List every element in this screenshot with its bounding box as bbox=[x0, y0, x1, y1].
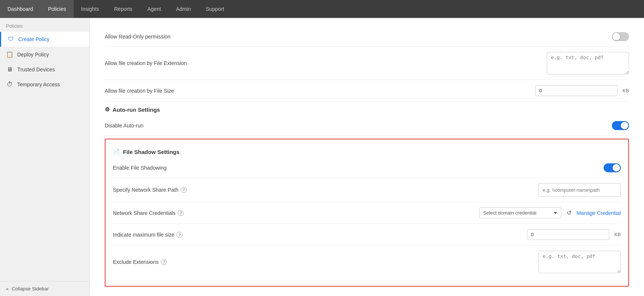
indicate-max-file-size-row: Indicate maximum file size ? KB bbox=[113, 224, 621, 246]
auto-run-icon: ⚙ bbox=[105, 106, 110, 113]
auto-run-section: ⚙ Auto-run Settings Disable Auto-run bbox=[105, 102, 629, 136]
network-share-credentials-help-icon[interactable]: ? bbox=[178, 210, 184, 216]
file-shadow-section-header: 📄 File Shadow Settings bbox=[113, 144, 621, 158]
deploy-icon: 📋 bbox=[6, 51, 13, 58]
sidebar-item-temporary-access[interactable]: ⏱ Temporary Access bbox=[0, 77, 89, 92]
indicate-max-file-size-control: KB bbox=[527, 229, 621, 240]
allow-file-creation-size-input[interactable] bbox=[535, 85, 617, 96]
sidebar: Policies 🛡 Create Policy 📋 Deploy Policy… bbox=[0, 18, 90, 296]
allow-file-creation-size-label: Allow file creation by File Size bbox=[105, 88, 535, 94]
allow-file-creation-ext-label: Allow file creation by File Extension bbox=[105, 60, 547, 66]
exclude-extensions-input[interactable] bbox=[539, 251, 621, 273]
allow-file-creation-size-row: Allow file creation by File Size KB bbox=[105, 80, 629, 102]
exclude-extensions-row: Exclude Extensions ? bbox=[113, 246, 621, 278]
allow-read-only-label: Allow Read-Only permission bbox=[105, 34, 612, 40]
indicate-max-file-size-input[interactable] bbox=[527, 229, 609, 240]
sidebar-item-label-temporary-access: Temporary Access bbox=[17, 81, 60, 87]
enable-file-shadowing-control bbox=[604, 163, 621, 172]
sidebar-heading: Policies bbox=[0, 18, 89, 32]
allow-file-creation-size-control: KB bbox=[535, 85, 629, 96]
allow-file-creation-ext-row: Allow file creation by File Extension bbox=[105, 47, 629, 80]
network-share-credentials-row: Network Share Credentials ? Select domai… bbox=[113, 202, 621, 224]
allow-file-creation-ext-input[interactable] bbox=[547, 52, 629, 74]
network-share-credentials-label: Network Share Credentials ? bbox=[113, 210, 479, 216]
temp-icon: ⏱ bbox=[6, 81, 13, 88]
policy-icon: 🛡 bbox=[7, 36, 15, 43]
enable-file-shadowing-row: Enable File Shadowing bbox=[113, 158, 621, 178]
disable-auto-run-control bbox=[612, 121, 629, 130]
refresh-credentials-button[interactable]: ↺ bbox=[565, 208, 573, 218]
network-share-credentials-select[interactable]: Select domain credential bbox=[479, 207, 561, 218]
collapse-sidebar-button[interactable]: « Collapse Sidebar bbox=[0, 281, 89, 296]
toggle-thumb-shadowing bbox=[613, 164, 620, 172]
nav-item-reports[interactable]: Reports bbox=[107, 0, 140, 18]
file-shadow-box: 📄 File Shadow Settings Enable File Shado… bbox=[105, 139, 629, 287]
network-share-path-input[interactable] bbox=[539, 183, 621, 197]
top-navigation: Dashboard Policies Insights Reports Agen… bbox=[0, 0, 644, 18]
disable-auto-run-toggle[interactable] bbox=[612, 121, 629, 130]
allow-read-only-control bbox=[612, 32, 629, 41]
main-layout: Policies 🛡 Create Policy 📋 Deploy Policy… bbox=[0, 18, 644, 296]
file-shadow-title: File Shadow Settings bbox=[123, 149, 180, 155]
nav-item-policies[interactable]: Policies bbox=[41, 0, 74, 18]
main-content: Allow Read-Only permission Allow file cr… bbox=[90, 18, 644, 296]
nav-item-admin[interactable]: Admin bbox=[169, 0, 199, 18]
auto-run-title: Auto-run Settings bbox=[113, 107, 160, 113]
exclude-extensions-control bbox=[539, 251, 621, 273]
sidebar-item-label-trusted-devices: Trusted Devices bbox=[17, 67, 55, 73]
exclude-extensions-help-icon[interactable]: ? bbox=[161, 259, 167, 265]
auto-run-section-header: ⚙ Auto-run Settings bbox=[105, 102, 629, 116]
allow-file-creation-size-unit: KB bbox=[623, 88, 629, 93]
network-share-path-label: Specify Network Share Path ? bbox=[113, 187, 539, 193]
sidebar-item-label-create-policy: Create Policy bbox=[18, 36, 49, 42]
trusted-icon: 🖥 bbox=[6, 66, 13, 73]
indicate-max-file-size-help-icon[interactable]: ? bbox=[177, 232, 183, 238]
sidebar-item-deploy-policy[interactable]: 📋 Deploy Policy bbox=[0, 47, 89, 62]
sidebar-item-label-deploy-policy: Deploy Policy bbox=[17, 52, 49, 58]
disable-auto-run-label: Disable Auto-run bbox=[105, 123, 612, 129]
network-share-credentials-control: Select domain credential ↺ Manage Creden… bbox=[479, 207, 621, 218]
file-shadow-icon: 📄 bbox=[113, 148, 120, 155]
network-share-path-row: Specify Network Share Path ? bbox=[113, 178, 621, 202]
enable-file-shadowing-toggle[interactable] bbox=[604, 163, 621, 172]
toggle-thumb-auto-run bbox=[621, 122, 628, 129]
nav-item-support[interactable]: Support bbox=[198, 0, 231, 18]
enable-file-shadowing-label: Enable File Shadowing bbox=[113, 165, 604, 171]
indicate-max-file-size-label: Indicate maximum file size ? bbox=[113, 232, 527, 238]
allow-read-only-toggle[interactable] bbox=[612, 32, 629, 41]
allow-read-only-row: Allow Read-Only permission bbox=[105, 27, 629, 47]
network-share-path-control bbox=[539, 183, 621, 197]
collapse-sidebar-label: Collapse Sidebar bbox=[12, 286, 49, 292]
nav-item-dashboard[interactable]: Dashboard bbox=[0, 0, 41, 18]
exclude-extensions-label: Exclude Extensions ? bbox=[113, 259, 539, 265]
disable-auto-run-row: Disable Auto-run bbox=[105, 116, 629, 136]
nav-item-insights[interactable]: Insights bbox=[74, 0, 107, 18]
toggle-thumb bbox=[613, 33, 620, 40]
manage-credential-link[interactable]: Manage Credential bbox=[577, 210, 621, 216]
indicate-max-file-size-unit: KB bbox=[614, 232, 621, 237]
sidebar-item-trusted-devices[interactable]: 🖥 Trusted Devices bbox=[0, 62, 89, 77]
nav-item-agent[interactable]: Agent bbox=[140, 0, 169, 18]
network-share-path-help-icon[interactable]: ? bbox=[181, 187, 187, 193]
allow-file-creation-ext-control bbox=[547, 52, 629, 74]
sidebar-bottom: « Collapse Sidebar bbox=[0, 281, 89, 296]
collapse-arrow-icon: « bbox=[6, 286, 9, 292]
sidebar-item-create-policy[interactable]: 🛡 Create Policy bbox=[0, 32, 89, 47]
